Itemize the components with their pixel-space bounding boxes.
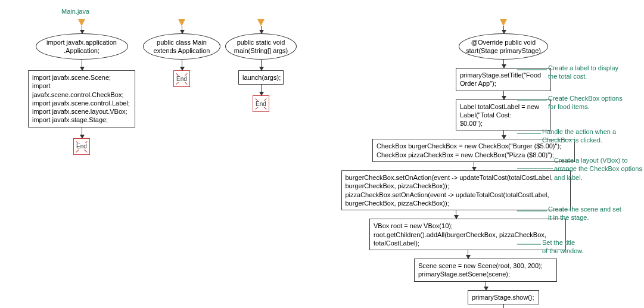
box-node: Label totalCostLabel = new Label("Total … <box>456 99 551 131</box>
annotation-label: Create a label to display the total cost… <box>548 64 618 81</box>
annotation-label: Create the scene and set it in the stage… <box>548 205 621 222</box>
annotation-label: Handle the action when a CheckBox is cli… <box>542 127 616 145</box>
start-arrow-icon <box>78 19 85 26</box>
connector <box>503 304 504 308</box>
annotation-label: Set the title of the window. <box>542 238 584 256</box>
end-marker-icon: End <box>73 138 90 155</box>
ellipse-node: import javafx.application .Application; <box>36 33 128 60</box>
box-node: burgerCheckBox.setOnAction(event -> upda… <box>341 170 571 210</box>
ellipse-node: public class Main extends Application <box>143 33 220 60</box>
connector <box>261 60 262 70</box>
connector <box>82 26 82 33</box>
start-arrow-icon <box>257 19 265 26</box>
connector <box>82 127 82 138</box>
connector <box>503 60 504 68</box>
end-marker-icon: End <box>173 70 190 87</box>
box-node: primaryStage.show(); <box>468 290 539 304</box>
connector <box>474 162 474 170</box>
annotation-label: Create CheckBox options for food items. <box>548 94 623 111</box>
connector <box>456 210 456 219</box>
annotation-label: Create a layout (VBox) to arrange the Ch… <box>554 156 642 182</box>
connector <box>261 85 262 95</box>
connector <box>182 26 182 33</box>
box-node: Scene scene = new Scene(root, 300, 200);… <box>414 259 557 282</box>
connector <box>486 282 486 290</box>
start-arrow-icon <box>500 19 507 26</box>
connector <box>503 26 504 33</box>
file-title: Main.java <box>61 8 89 15</box>
connector <box>503 130 504 139</box>
flow-col-2: public class Main extends Application En… <box>143 19 220 87</box>
box-node: import javafx.scene.Scene; import javafx… <box>28 70 135 127</box>
ellipse-node: public static void main(String[] args) <box>225 33 297 60</box>
start-arrow-icon <box>178 19 185 26</box>
box-node: VBox root = new VBox(10); root.getChildr… <box>369 219 566 250</box>
ellipse-node: @Override public void start(Stage primar… <box>459 33 548 60</box>
flow-col-3: public static void main(String[] args) l… <box>225 19 297 112</box>
box-node: launch(args); <box>238 70 284 85</box>
connector <box>468 250 468 259</box>
connector <box>503 91 504 99</box>
connector <box>182 60 182 70</box>
flow-col-4: @Override public void start(Stage primar… <box>310 19 566 308</box>
flow-col-1: import javafx.application .Application; … <box>28 19 135 155</box>
connector <box>261 26 262 33</box>
box-node: primaryStage.setTitle("Food Order App"); <box>456 68 551 91</box>
end-marker-icon: End <box>253 95 269 112</box>
connector <box>82 60 82 70</box>
